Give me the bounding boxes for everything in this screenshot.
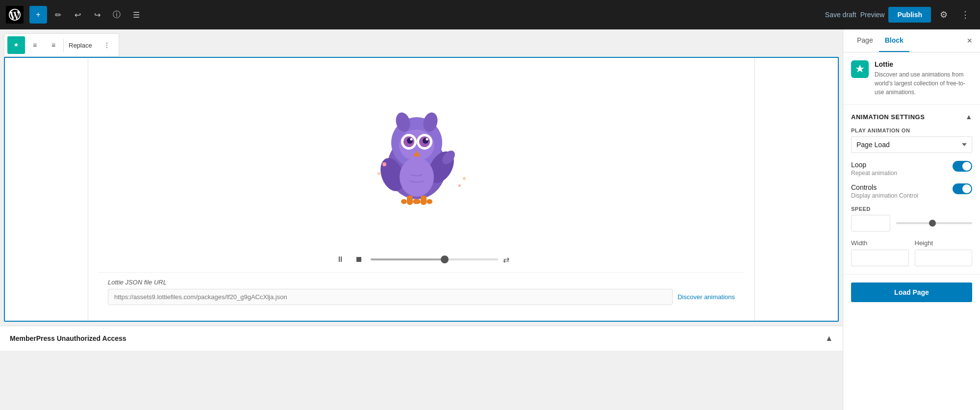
settings-section-title: Animation Settings [851, 113, 925, 121]
tab-page[interactable]: Page [851, 29, 879, 52]
block-info: Lottie Discover and use animations from … [843, 52, 980, 105]
url-area: Lottie JSON file URL https://assets9.lot… [98, 272, 745, 311]
settings-collapse-button[interactable]: ▲ [965, 113, 972, 121]
load-page-button[interactable]: Load Page [851, 282, 972, 302]
edit-mode-button[interactable]: ✏ [49, 6, 67, 24]
speed-slider-track[interactable] [896, 222, 972, 224]
bottom-panel: MemberPress Unauthorized Access ▲ [0, 326, 843, 351]
height-label: Height [915, 239, 973, 247]
sparkle-dot [463, 177, 466, 180]
controls-toggle[interactable] [953, 183, 972, 194]
svg-point-18 [400, 157, 434, 197]
loop-sublabel: Repeat animation [851, 170, 897, 177]
height-input[interactable]: 300px [915, 250, 973, 266]
sparkle-dot [377, 172, 380, 175]
url-input[interactable]: https://assets9.lottiefiles.com/packages… [108, 289, 673, 305]
bottom-panel-title: MemberPress Unauthorized Access [10, 334, 126, 342]
dimension-row: Width 300px Height 300px [851, 239, 972, 266]
sidebar-close-button[interactable]: × [967, 36, 972, 46]
document-overview-button[interactable]: ☰ [127, 6, 145, 24]
top-toolbar: + ✏ ↩ ↪ ⓘ ☰ Save draft Preview Publish ⚙… [0, 0, 980, 29]
tab-block[interactable]: Block [879, 29, 909, 52]
url-label: Lottie JSON file URL [108, 279, 735, 286]
add-block-button[interactable]: + [29, 6, 47, 24]
lottie-block-icon [851, 60, 869, 78]
speed-input[interactable]: 1 [851, 215, 890, 231]
owl-svg [368, 103, 466, 206]
more-options-button[interactable]: ⋮ [956, 6, 974, 24]
speed-group: Speed 1 [851, 206, 972, 231]
align-center-button[interactable]: ≡ [45, 36, 62, 54]
svg-point-26 [427, 199, 432, 204]
canvas-col-main: ⏸ ⏹ ⇄ Lottie JSON file URL https://asset… [88, 58, 754, 321]
undo-button[interactable]: ↩ [69, 6, 86, 24]
block-toolbar: ≡ ≡ Replace ⋮ [4, 33, 119, 57]
settings-section-header: Animation Settings ▲ [851, 113, 972, 121]
svg-point-25 [421, 200, 427, 205]
editor-canvas: ⏸ ⏹ ⇄ Lottie JSON file URL https://asset… [4, 57, 839, 322]
width-label: Width [851, 239, 909, 247]
canvas-columns: ⏸ ⏹ ⇄ Lottie JSON file URL https://asset… [5, 58, 838, 321]
controls-label-group: Controls Display animation Control [851, 183, 918, 199]
align-left-button[interactable]: ≡ [26, 36, 44, 54]
progress-thumb[interactable] [441, 256, 449, 263]
controls-sublabel: Display animation Control [851, 192, 918, 199]
loop-label-group: Loop Repeat animation [851, 161, 897, 177]
block-info-desc: Discover and use animations from world's… [875, 70, 972, 97]
animation-settings-section: Animation Settings ▲ PLAY ANIMATION ON P… [843, 105, 980, 274]
loop-toggle[interactable] [953, 161, 972, 172]
speed-label: Speed [851, 206, 972, 212]
block-info-text: Lottie Discover and use animations from … [875, 60, 972, 97]
preview-button[interactable]: Preview [860, 11, 885, 19]
play-on-label: PLAY ANIMATION ON [851, 128, 972, 133]
publish-button[interactable]: Publish [888, 7, 931, 23]
progress-fill [371, 258, 447, 260]
sparkle-dot [458, 184, 461, 187]
bottom-panel-toggle[interactable]: ▲ [825, 334, 833, 343]
info-button[interactable]: ⓘ [108, 6, 126, 24]
svg-point-21 [401, 199, 407, 204]
sparkle-dot [382, 162, 386, 166]
save-draft-button[interactable]: Save draft [825, 11, 856, 19]
stop-button[interactable]: ⏹ [352, 253, 366, 266]
width-group: Width 300px [851, 239, 909, 266]
speed-slider-fill [896, 222, 934, 224]
pause-button[interactable]: ⏸ [333, 253, 347, 266]
block-more-options-button[interactable]: ⋮ [98, 36, 116, 54]
load-page-area: Load Page [843, 274, 980, 310]
loop-label: Loop [851, 161, 897, 169]
replace-button[interactable]: Replace [63, 39, 97, 52]
height-group: Height 300px [915, 239, 973, 266]
toolbar-right: Save draft Preview Publish ⚙ ⋮ [825, 6, 974, 24]
owl-animation [368, 103, 476, 211]
animation-controls: ⏸ ⏹ ⇄ [98, 247, 745, 272]
loop-toggle-row: Loop Repeat animation [851, 161, 972, 177]
play-on-select[interactable]: Page Load Hover Click Scroll [851, 136, 972, 153]
svg-point-13 [426, 138, 428, 140]
settings-button[interactable]: ⚙ [935, 6, 953, 24]
lottie-block-icon-button[interactable] [7, 36, 25, 54]
svg-point-12 [410, 138, 412, 140]
discover-animations-link[interactable]: Discover animations [678, 293, 735, 301]
block-info-name: Lottie [875, 60, 972, 68]
controls-label: Controls [851, 183, 918, 191]
canvas-col-left [5, 58, 88, 321]
main-area: ≡ ≡ Replace ⋮ [0, 29, 980, 410]
sidebar-tabs: Page Block × [843, 29, 980, 52]
url-input-row: https://assets9.lottiefiles.com/packages… [108, 289, 735, 305]
play-animation-on-group: PLAY ANIMATION ON Page Load Hover Click … [851, 128, 972, 153]
controls-toggle-row: Controls Display animation Control [851, 183, 972, 199]
speed-row: 1 [851, 215, 972, 231]
loop-button[interactable]: ⇄ [503, 255, 509, 264]
right-sidebar: Page Block × Lottie Discover and use ani… [843, 29, 980, 410]
speed-slider-thumb[interactable] [929, 220, 936, 227]
width-input[interactable]: 300px [851, 250, 909, 266]
svg-point-22 [407, 200, 413, 205]
canvas-col-right [754, 58, 838, 321]
editor-area: ≡ ≡ Replace ⋮ [0, 29, 843, 410]
wp-logo [6, 6, 24, 24]
svg-point-24 [415, 199, 421, 204]
progress-track[interactable] [371, 258, 498, 260]
owl-animation-container [98, 68, 745, 247]
redo-button[interactable]: ↪ [88, 6, 106, 24]
